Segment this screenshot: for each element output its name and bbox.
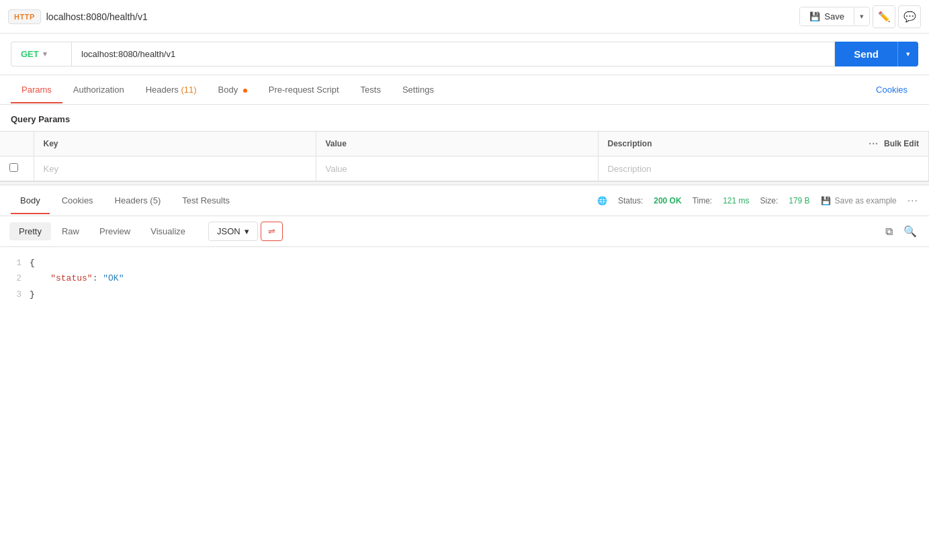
code-line-3: 3 }	[5, 287, 924, 302]
response-tab-test-results[interactable]: Test Results	[173, 187, 239, 214]
code-line-2: 2 "status": "OK"	[5, 271, 924, 286]
save-label: Save	[824, 11, 844, 21]
size-value: 179 B	[789, 196, 809, 205]
row-key-cell[interactable]: Key	[34, 156, 316, 181]
format-chevron-icon: ▾	[245, 226, 249, 236]
body-dot-indicator	[243, 89, 247, 93]
format-value: JSON	[217, 226, 240, 236]
save-icon: 💾	[809, 11, 820, 21]
save-example-button[interactable]: 💾 Save as example	[821, 196, 897, 205]
code-content: {	[30, 255, 35, 271]
response-tabs-row: Body Cookies Headers (5) Test Results 🌐 …	[0, 185, 929, 216]
request-bar: GET ▾ Send ▾	[0, 34, 929, 75]
checkbox-col-header	[0, 132, 34, 156]
line-number: 2	[5, 271, 21, 286]
save-icon-small: 💾	[821, 196, 831, 205]
time-value: 121 ms	[723, 196, 749, 205]
url-display: localhost:8080/health/v1	[46, 11, 795, 22]
tab-settings[interactable]: Settings	[392, 77, 445, 103]
view-visualize[interactable]: Visualize	[141, 222, 195, 240]
response-tab-headers[interactable]: Headers (5)	[105, 187, 171, 214]
format-actions: ⧉ 🔍	[883, 222, 920, 240]
save-dropdown-chevron[interactable]: ▾	[854, 8, 869, 25]
response-tab-cookies[interactable]: Cookies	[52, 187, 103, 214]
tab-authorization[interactable]: Authorization	[62, 77, 135, 103]
bulk-edit-label[interactable]: Bulk Edit	[884, 139, 919, 148]
save-example-label: Save as example	[835, 196, 897, 205]
search-button[interactable]: 🔍	[901, 222, 920, 240]
desc-col-header: Description ··· Bulk Edit	[598, 132, 929, 156]
line-number: 3	[5, 287, 21, 302]
status-label: Status:	[618, 196, 643, 205]
code-area: 1 { 2 "status": "OK" 3 }	[0, 247, 929, 310]
row-desc-cell[interactable]: Description	[598, 156, 929, 181]
wrap-text-button[interactable]: ⇌	[261, 222, 283, 241]
http-badge: HTTP	[8, 9, 41, 24]
save-button-group: 💾 Save ▾	[799, 7, 870, 26]
top-actions: 💾 Save ▾ ✏️ 💬	[799, 5, 921, 28]
method-select[interactable]: GET ▾	[11, 42, 71, 66]
code-content: "status": "OK"	[30, 271, 124, 286]
tab-body[interactable]: Body	[208, 77, 258, 103]
bulk-edit-dots-icon[interactable]: ···	[869, 138, 879, 149]
table-row: Key Value Description	[0, 156, 929, 181]
edit-icon-button[interactable]: ✏️	[873, 5, 895, 28]
view-preview[interactable]: Preview	[90, 222, 140, 240]
response-meta: 🌐 Status: 200 OK Time: 121 ms Size: 179 …	[597, 195, 918, 207]
row-checkbox-cell	[0, 156, 34, 181]
status-value: 200 OK	[654, 196, 681, 205]
tab-tests[interactable]: Tests	[350, 77, 392, 103]
url-input[interactable]	[71, 42, 835, 66]
value-col-header: Value	[316, 132, 598, 156]
response-tab-body[interactable]: Body	[11, 187, 50, 214]
view-pretty[interactable]: Pretty	[9, 222, 51, 240]
query-params-title: Query Params	[0, 105, 929, 131]
row-checkbox[interactable]	[9, 163, 18, 172]
request-tabs: Params Authorization Headers (11) Body P…	[0, 75, 929, 105]
key-col-header: Key	[34, 132, 316, 156]
tab-params[interactable]: Params	[11, 77, 62, 103]
more-options-icon[interactable]: ···	[908, 195, 918, 207]
code-content: }	[30, 287, 35, 302]
send-button[interactable]: Send	[835, 42, 897, 66]
format-select[interactable]: JSON ▾	[208, 222, 258, 241]
method-value: GET	[21, 49, 39, 59]
view-tabs: Pretty Raw Preview Visualize	[9, 222, 195, 240]
method-chevron-icon: ▾	[43, 50, 47, 58]
tab-cookies[interactable]: Cookies	[865, 77, 918, 103]
top-bar: HTTP localhost:8080/health/v1 💾 Save ▾ ✏…	[0, 0, 929, 34]
params-table: Key Value Description ··· Bulk Edit Key …	[0, 131, 929, 181]
tab-pre-request[interactable]: Pre-request Script	[258, 77, 350, 103]
row-value-cell[interactable]: Value	[316, 156, 598, 181]
headers-badge: (11)	[181, 85, 196, 95]
line-number: 1	[5, 255, 21, 271]
save-button[interactable]: 💾 Save	[800, 7, 854, 26]
comment-icon-button[interactable]: 💬	[898, 5, 921, 28]
time-label: Time:	[693, 196, 713, 205]
copy-button[interactable]: ⧉	[883, 223, 895, 240]
view-raw[interactable]: Raw	[52, 222, 89, 240]
globe-icon: 🌐	[597, 196, 607, 205]
size-label: Size:	[760, 196, 779, 205]
wrap-icon-symbol: ⇌	[268, 226, 275, 236]
tab-headers[interactable]: Headers (11)	[135, 77, 208, 103]
send-dropdown-chevron[interactable]: ▾	[897, 42, 918, 66]
send-button-group: Send ▾	[835, 42, 918, 66]
format-bar: Pretty Raw Preview Visualize JSON ▾ ⇌ ⧉ …	[0, 216, 929, 247]
code-line-1: 1 {	[5, 255, 924, 271]
response-headers-badge: (5)	[150, 195, 161, 205]
